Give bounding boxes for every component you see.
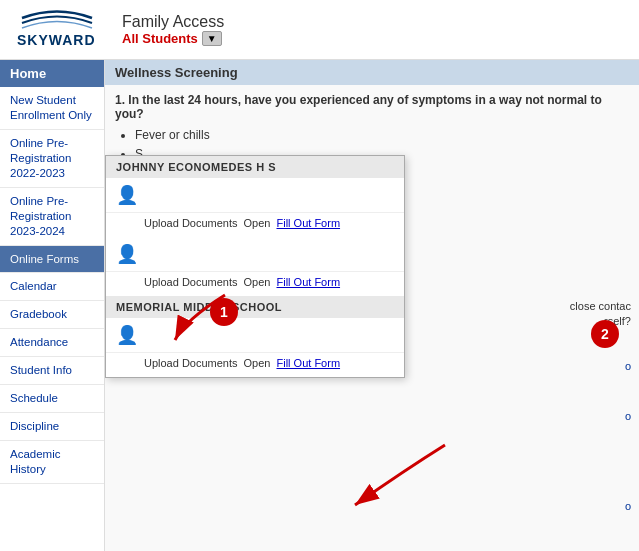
open-label-2: Open xyxy=(244,276,271,288)
bg-close-contact: close contac xyxy=(570,300,631,312)
forms-panel: JOHNNY ECONOMEDES H S 👤 Upload Documents… xyxy=(105,155,405,378)
sidebar-item-academic-history[interactable]: Academic History xyxy=(0,441,104,484)
wellness-header: Wellness Screening xyxy=(105,60,639,85)
sidebar-item-new-student[interactable]: New Student Enrollment Only xyxy=(0,87,104,130)
person-icon-1: 👤 xyxy=(116,184,138,206)
badge-2: 2 xyxy=(591,320,619,348)
sidebar-home[interactable]: Home xyxy=(0,60,104,87)
sidebar-item-online-pre-2022[interactable]: Online Pre-Registration 2022-2023 xyxy=(0,130,104,188)
person-icon-3: 👤 xyxy=(116,324,138,346)
sidebar-item-discipline[interactable]: Discipline xyxy=(0,413,104,441)
sidebar-item-schedule[interactable]: Schedule xyxy=(0,385,104,413)
form-row-2: 👤 xyxy=(106,237,404,272)
upload-docs-label-3: Upload Documents xyxy=(144,357,238,369)
svg-text:SKYWARD: SKYWARD xyxy=(17,32,96,48)
upload-docs-label-2: Upload Documents xyxy=(144,276,238,288)
person-icon-2: 👤 xyxy=(116,243,138,265)
upload-docs-label-1: Upload Documents xyxy=(144,217,238,229)
logo-area: SKYWARD xyxy=(12,10,102,50)
school1-header: JOHNNY ECONOMEDES H S xyxy=(106,156,404,178)
fill-out-form-link-2[interactable]: Fill Out Form xyxy=(276,276,340,288)
symptom-item: Fever or chills xyxy=(135,126,629,145)
bg-o3: o xyxy=(625,500,631,512)
form-row-1: 👤 xyxy=(106,178,404,213)
form-row-3: 👤 xyxy=(106,318,404,353)
form-row-2-actions: Upload Documents Open Fill Out Form xyxy=(106,272,404,296)
open-label-3: Open xyxy=(244,357,271,369)
fill-out-form-link-1[interactable]: Fill Out Form xyxy=(276,217,340,229)
app-title: Family Access xyxy=(122,13,224,31)
bg-o1: o xyxy=(625,360,631,372)
skyward-logo-svg: SKYWARD xyxy=(12,10,102,50)
bg-o2: o xyxy=(625,410,631,422)
main-layout: Home New Student Enrollment Only Online … xyxy=(0,60,639,551)
header-info: Family Access All Students ▼ xyxy=(122,13,224,46)
badge-1: 1 xyxy=(210,298,238,326)
all-students-label: All Students xyxy=(122,31,198,46)
content-area: Wellness Screening 1. In the last 24 hou… xyxy=(105,60,639,551)
all-students-dropdown[interactable]: ▼ xyxy=(202,31,222,46)
sidebar-item-student-info[interactable]: Student Info xyxy=(0,357,104,385)
all-students-row: All Students ▼ xyxy=(122,31,224,46)
sidebar-item-online-pre-2023[interactable]: Online Pre-Registration 2023-2024 xyxy=(0,188,104,246)
school2-header: MEMORIAL MIDDLE SCHOOL xyxy=(106,296,404,318)
wellness-question: 1. In the last 24 hours, have you experi… xyxy=(115,93,629,121)
header: SKYWARD Family Access All Students ▼ xyxy=(0,0,639,60)
form-row-3-actions: Upload Documents Open Fill Out Form xyxy=(106,353,404,377)
sidebar-item-online-forms[interactable]: Online Forms xyxy=(0,246,104,274)
form-row-1-actions: Upload Documents Open Fill Out Form xyxy=(106,213,404,237)
fill-out-form-link-3[interactable]: Fill Out Form xyxy=(276,357,340,369)
sidebar-item-gradebook[interactable]: Gradebook xyxy=(0,301,104,329)
sidebar: Home New Student Enrollment Only Online … xyxy=(0,60,105,551)
open-label-1: Open xyxy=(244,217,271,229)
sidebar-item-calendar[interactable]: Calendar xyxy=(0,273,104,301)
sidebar-item-attendance[interactable]: Attendance xyxy=(0,329,104,357)
